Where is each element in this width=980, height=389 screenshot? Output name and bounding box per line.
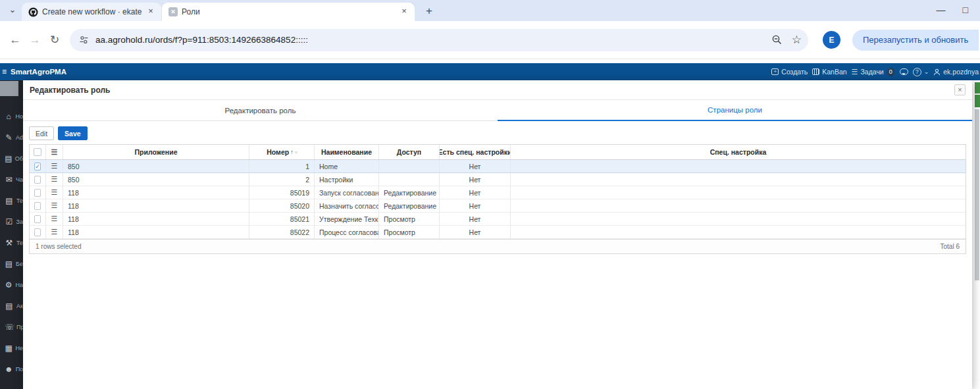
cell-access: Просмотр [379,226,440,238]
sidebar-item[interactable]: ▦ Не [0,344,23,353]
tab-search-chevron[interactable]: ⌄ [5,3,20,18]
row-checkbox[interactable]: ✓ [34,163,41,170]
sidebar-item[interactable]: ✉ Ча [0,175,23,184]
table-row[interactable]: ✓ ☰ 118 85020 Назначить согласовант... Р… [30,199,966,213]
browser-tab-github[interactable]: Create new workflow · ekaterina × [22,3,161,21]
cell-special [511,186,966,199]
sidebar-item[interactable]: ☻ По [0,365,23,374]
tasks-button[interactable]: ☰ Задачи 0 [852,68,895,76]
sidebar-item[interactable]: ⚒ Те [0,238,23,247]
role-pages-table: ☰ Приложение Номер ↑ ≡ Наименование Дост… [29,144,966,254]
sidebar-search [0,81,18,96]
row-checkbox[interactable]: ✓ [34,215,41,223]
column-header-special[interactable]: Спец. настройка [511,145,966,159]
help-menu[interactable]: ? ⌄ [913,68,929,76]
edit-button[interactable]: Edit [29,126,54,140]
select-all-checkbox[interactable] [34,148,41,156]
sidebar-item[interactable]: ⚙ На [0,280,23,290]
sidebar: ⌂ Ho ✎ Ad ▤ Об ✉ Ча ▤ Те ☑ За ⚒ Те ▤ Бе … [0,80,23,389]
document-icon: ▤ [5,196,14,205]
url-text[interactable]: aa.agrohold.ru/ords/f?p=911:8503:1492663… [95,35,762,45]
table-row[interactable]: ✓ ☰ 118 85022 Процесс согласования ... П… [30,226,966,239]
column-header-has-special[interactable]: Есть спец. настройки [440,145,511,159]
window-maximize-button[interactable]: □ [963,1,968,18]
reload-icon[interactable]: ↻ [45,33,64,47]
modal-close-icon[interactable]: × [954,84,966,95]
edit-role-modal: Редактировать роль × Редактировать роль … [23,80,972,389]
back-icon[interactable]: ← [5,34,25,47]
row-menu-icon[interactable]: ☰ [51,175,58,184]
new-tab-button[interactable]: + [421,4,437,20]
sidebar-item[interactable]: ☑ За [0,217,23,226]
sidebar-item[interactable]: ⌂ Ho [0,112,23,121]
tab-close-icon[interactable]: × [399,7,409,17]
row-checkbox[interactable]: ✓ [34,202,41,210]
sidebar-item[interactable]: ▤ Ак [0,301,23,311]
truck-icon: ⚒ [5,238,14,247]
table-row[interactable]: ✓ ☰ 850 1 Home Нет [30,160,966,173]
sort-lines-icon: ≡ [295,150,297,155]
tab-edit-role[interactable]: Редактировать роль [23,100,498,121]
sidebar-item[interactable]: ✎ Ad [0,133,23,142]
browser-tab-roles[interactable]: ✕ Роли × [162,3,415,21]
create-button[interactable]: + Создать [771,68,808,76]
user-menu[interactable]: ek.pozdnya [933,68,979,76]
row-menu-icon[interactable]: ☰ [51,148,58,157]
restart-update-button[interactable]: Перезапустить и обновить [852,30,979,51]
cell-name: Настройки [315,173,379,186]
tab-close-icon[interactable]: × [145,7,156,17]
bookmark-star-icon[interactable]: ☆ [792,33,802,47]
row-menu-icon[interactable]: ☰ [51,228,58,236]
table-row[interactable]: ✓ ☰ 850 2 Настройки Нет [30,173,966,186]
cell-app: 118 [63,186,249,199]
cell-has-special: Нет [440,173,511,186]
chat-button[interactable] [900,68,908,75]
home-icon: ⌂ [5,112,13,121]
admin-icon: ✎ [5,133,13,142]
kanban-button[interactable]: KanBan [812,68,846,76]
cell-name: Home [315,160,379,172]
scrollbar-strip[interactable] [975,109,979,280]
cell-app: 118 [63,213,249,225]
sidebar-item[interactable]: ☏ Пр [0,323,23,332]
row-menu-icon[interactable]: ☰ [51,215,58,223]
row-menu-icon[interactable]: ☰ [51,188,58,197]
table-row[interactable]: ✓ ☰ 118 85021 Утверждение Техкарты Просм… [30,213,966,226]
cell-special [511,199,966,212]
site-settings-icon[interactable] [79,35,89,45]
zoom-out-icon[interactable] [771,34,783,45]
address-bar[interactable]: aa.agrohold.ru/ords/f?p=911:8503:1492663… [70,29,808,51]
cell-access [379,173,440,186]
sidebar-item[interactable]: ▤ Об [0,154,23,163]
sidebar-item-label: Не [15,345,23,351]
cell-special [511,173,966,186]
table-row[interactable]: ✓ ☰ 118 85019 Запуск согласования ТК Ред… [30,186,966,199]
column-header-app[interactable]: Приложение [63,145,249,159]
sidebar-item[interactable]: ▤ Бе [0,259,23,269]
row-checkbox[interactable]: ✓ [34,176,41,184]
cell-access [379,160,440,172]
profile-avatar[interactable]: E [823,31,840,49]
app-header: ≡ SmartAgroPMA + Создать KanBan ☰ Задачи… [0,63,980,80]
modal-title: Редактировать роль [30,86,110,95]
sidebar-item-label: Ad [16,134,23,141]
column-header-name[interactable]: Наименование [315,145,379,159]
cell-special [511,160,966,172]
cell-access: Просмотр [379,213,440,225]
row-checkbox[interactable]: ✓ [34,189,41,197]
row-menu-icon[interactable]: ☰ [51,201,58,210]
sidebar-item-label: Те [16,197,23,204]
tab-role-pages[interactable]: Страницы роли [498,100,972,121]
row-checkbox[interactable]: ✓ [34,228,41,236]
app-menu-icon[interactable]: ≡ [2,67,7,76]
window-minimize-button[interactable]: — [937,1,946,18]
sidebar-item[interactable]: ▤ Те [0,196,23,205]
column-header-access[interactable]: Доступ [379,145,440,159]
cell-number: 85020 [249,199,315,212]
save-button[interactable]: Save [58,126,88,140]
row-menu-icon[interactable]: ☰ [51,162,58,170]
cell-access: Редактирование [379,199,440,212]
column-header-number[interactable]: Номер ↑ ≡ [249,145,315,159]
green-strip [975,82,980,107]
cell-has-special: Нет [440,226,511,238]
